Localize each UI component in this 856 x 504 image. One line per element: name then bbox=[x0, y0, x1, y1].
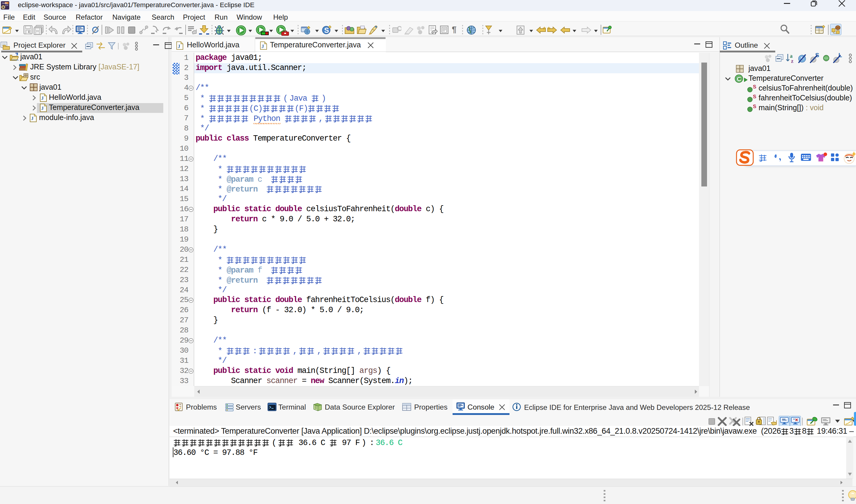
svg-text:S: S bbox=[753, 104, 756, 109]
svg-text:J: J bbox=[41, 95, 44, 101]
svg-text:J: J bbox=[261, 43, 264, 49]
svg-text:z: z bbox=[791, 58, 793, 64]
svg-text:J: J bbox=[178, 43, 180, 49]
svg-text:J: J bbox=[41, 105, 44, 111]
svg-text:IDE: IDE bbox=[5, 4, 8, 6]
svg-text:S: S bbox=[753, 94, 756, 100]
svg-text:S: S bbox=[324, 26, 329, 34]
svg-text:J: J bbox=[31, 115, 34, 121]
svg-text:S: S bbox=[753, 85, 756, 90]
svg-text:C: C bbox=[737, 76, 741, 82]
svg-text:J: J bbox=[16, 53, 18, 56]
